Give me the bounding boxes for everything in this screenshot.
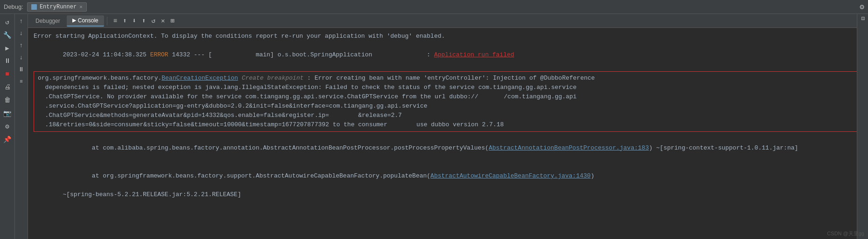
stack1-suffix: ) ~[spring-context-support-1.0.11.jar:na…	[649, 144, 798, 151]
exception-prefix: org.springframework.beans.factory.	[38, 75, 161, 82]
error-box-line-6: .18&retries=0&side=consumer&sticky=false…	[38, 120, 858, 130]
error-box-line-5: .ChatGPTService&methods=generateAvatar&p…	[38, 111, 858, 120]
debug-step-out-btn[interactable]: ↓	[16, 52, 27, 62]
app-run-failed-text: Application run failed	[434, 51, 514, 58]
stack-trace-line-2: at org.springframework.beans.factory.sup…	[34, 162, 862, 190]
tab-name: EntryRunner	[40, 4, 77, 10]
error-box-line-2: dependencies is failed; nested exception…	[38, 83, 858, 92]
watermark: CSDN @天里gg	[827, 230, 864, 237]
stack2-prefix: at org.springframework.beans.factory.sup…	[63, 172, 430, 179]
left-sidebar: ↺ 🔧 ▶ ⏸ ■ 🖨 🗑 📷 ⚙ 📌	[0, 14, 15, 239]
error-box: org.springframework.beans.factory.BeanCr…	[34, 71, 862, 132]
right-panel-icon[interactable]: ⊟	[859, 17, 866, 20]
toolbar-separator-1	[107, 17, 107, 25]
stack1-prefix: at com.alibaba.spring.beans.factory.anno…	[63, 144, 489, 151]
stack2-suffix: )	[591, 172, 595, 179]
sidebar-print-icon[interactable]: 🖨	[1, 81, 14, 93]
stack1-link[interactable]: AbstractAnnotationBeanPostProcessor.java…	[489, 144, 649, 151]
sidebar-pin-icon[interactable]: 📌	[1, 133, 14, 145]
stack-trace-line-3: ~[spring-beans-5.2.21.RELEASE.jar:5.2.21…	[34, 190, 862, 199]
top-bar: Debug: EntryRunner ✕ ⚙	[0, 0, 868, 14]
debug-pause-btn[interactable]: ⏸	[16, 64, 27, 75]
error-box-line-3: .ChatGPTService. No provider available f…	[38, 92, 858, 102]
tab-icon	[31, 4, 37, 10]
console-line-2: 2023-02-24 11:04:38.325 ERROR 14332 --- …	[34, 41, 862, 69]
debug-list-icon[interactable]: ≡	[16, 76, 27, 87]
debug-step-into-btn[interactable]: ↑	[16, 40, 27, 50]
debug-down-btn[interactable]: ↓	[16, 28, 27, 38]
stack-trace-line-1: at com.alibaba.spring.beans.factory.anno…	[34, 134, 862, 162]
pid-text: 14332 --- [ main] o.s.boot.SpringApplica…	[168, 51, 434, 58]
toolbar-up2-icon[interactable]: ⬆	[140, 16, 147, 26]
console-tab-icon: ▶	[72, 17, 76, 23]
toolbar-row: Debugger ▶ Console ≡ ⬆ ⬇ ⬆ ↺ ✕ ⊞	[28, 14, 868, 28]
toolbar-redo-icon[interactable]: ↺	[150, 16, 156, 26]
right-collapse-panel: ⊟	[857, 14, 868, 239]
sidebar-camera-icon[interactable]: 📷	[1, 107, 14, 119]
sidebar-refresh-icon[interactable]: ↺	[1, 16, 14, 28]
error-level-text: ERROR	[150, 51, 168, 58]
content-area: Debugger ▶ Console ≡ ⬆ ⬇ ⬆ ↺ ✕ ⊞ Error s…	[28, 14, 868, 239]
entry-runner-tab[interactable]: EntryRunner ✕	[27, 2, 87, 12]
error-box-line-1: org.springframework.beans.factory.BeanCr…	[38, 74, 858, 83]
tab-debugger[interactable]: Debugger	[30, 16, 66, 26]
settings-area: ⚙	[860, 2, 864, 12]
bean-creation-exception-link[interactable]: BeanCreationException	[161, 75, 238, 82]
toolbar-grid-icon[interactable]: ⊞	[169, 16, 175, 26]
debug-up-btn[interactable]: ↑	[16, 16, 27, 26]
debug-controls: ↑ ↓ ↑ ↓ ⏸ ≡	[15, 14, 28, 239]
sidebar-play-icon[interactable]: ▶	[1, 42, 14, 54]
sidebar-stop-icon[interactable]: ■	[1, 68, 14, 80]
tab-close-icon[interactable]: ✕	[79, 4, 83, 10]
sidebar-settings-icon[interactable]: ⚙	[1, 120, 14, 132]
top-bar-left: Debug: EntryRunner ✕	[4, 2, 87, 12]
tab-console[interactable]: ▶ Console	[67, 15, 104, 27]
console-tab-label: Console	[78, 17, 98, 24]
debug-label: Debug:	[4, 3, 23, 10]
toolbar-close-icon[interactable]: ✕	[160, 16, 166, 26]
breakpoint-hint: Create breakpoint	[238, 75, 307, 82]
stack2-link[interactable]: AbstractAutowireCapableBeanFactory.java:…	[430, 172, 590, 179]
sidebar-wrench-icon[interactable]: 🔧	[1, 29, 14, 41]
sidebar-delete-icon[interactable]: 🗑	[1, 94, 14, 106]
sidebar-pause-icon[interactable]: ⏸	[1, 55, 14, 67]
toolbar-up-icon[interactable]: ⬆	[121, 16, 128, 26]
error-box-line1-suffix: : Error creating bean with name 'entryCo…	[307, 75, 595, 82]
error-box-line-4: .service.ChatGPTService?application=gg-e…	[38, 102, 858, 111]
toolbar-down-icon[interactable]: ⬇	[131, 16, 138, 26]
toolbar-actions: ≡ ⬆ ⬇ ⬆ ↺ ✕ ⊞	[112, 16, 176, 26]
timestamp-text: 2023-02-24 11:04:38.325	[63, 51, 150, 58]
toolbar-menu-icon[interactable]: ≡	[112, 16, 119, 26]
console-output: Error starting ApplicationContext. To di…	[28, 28, 868, 239]
console-line-1: Error starting ApplicationContext. To di…	[34, 32, 862, 41]
main-layout: ↺ 🔧 ▶ ⏸ ■ 🖨 🗑 📷 ⚙ 📌 ↑ ↓ ↑ ↓ ⏸ ≡ Debugger…	[0, 14, 868, 239]
gear-icon[interactable]: ⚙	[860, 3, 864, 12]
